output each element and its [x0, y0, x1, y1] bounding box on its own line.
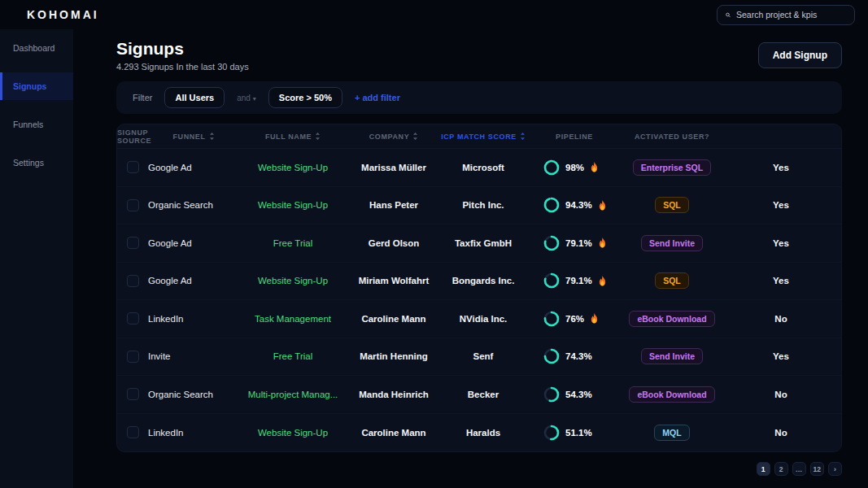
column-header-label: ACTIVATED USER? [635, 133, 709, 141]
cell-funnel: Free Trial [239, 238, 347, 248]
pipeline-badge: eBook Download [629, 311, 714, 327]
table-row: Google Ad Website Sign-Up Miriam Wolfahr… [117, 263, 841, 301]
app-logo: KOHOMAI [27, 8, 99, 21]
cell-funnel: Free Trial [239, 351, 347, 361]
cell-activated-user: Yes [721, 276, 841, 285]
column-header[interactable]: ICP MATCH SCORE [441, 133, 526, 141]
fire-icon [590, 162, 599, 172]
score-ring [543, 159, 560, 176]
checkbox-cell [117, 388, 148, 400]
filter-bar: Filter All Users and▾ Score > 50% + add … [116, 81, 842, 114]
table-row: LinkedIn Website Sign-Up Caroline Mann H… [117, 414, 841, 452]
row-checkbox[interactable] [127, 199, 139, 211]
page-button[interactable]: 2 [774, 462, 788, 476]
score-value: 76% [565, 314, 584, 324]
pipeline-badge: MQL [654, 425, 689, 441]
table-row: LinkedIn Task Management Caroline Mann N… [117, 300, 841, 338]
filter-conjunction-dropdown[interactable]: and▾ [237, 94, 256, 102]
cell-company: Haralds [441, 428, 526, 438]
page-button[interactable]: … [792, 462, 806, 476]
filter-chip-score[interactable]: Score > 50% [268, 87, 342, 108]
sidebar-item-label: Signups [13, 81, 46, 91]
cell-funnel: Task Management [239, 314, 347, 324]
column-header[interactable]: SIGNUP SOURCE [117, 129, 148, 145]
cell-signup-source: Google Ad [148, 276, 239, 285]
cell-activated-user: No [721, 428, 841, 438]
column-header[interactable]: FULL NAME [239, 133, 347, 141]
page-button[interactable]: 12 [810, 462, 824, 476]
score-value: 51.1% [565, 428, 592, 438]
filter-chip-all-users[interactable]: All Users [164, 87, 225, 108]
sidebar-item-label: Funnels [13, 120, 43, 129]
checkbox-cell [117, 161, 148, 173]
cell-company: Pitch Inc. [441, 200, 526, 210]
cell-signup-source: Organic Search [148, 390, 239, 399]
column-header-label: FULL NAME [265, 133, 312, 141]
score-value: 79.1% [565, 238, 592, 248]
cell-activated-user: Yes [721, 238, 841, 248]
cell-icp-score: 76% [526, 311, 623, 327]
sidebar: Dashboard Signups Funnels Settings [0, 29, 73, 488]
search-input[interactable] [736, 10, 846, 20]
cell-signup-source: Organic Search [148, 200, 239, 210]
search-box[interactable] [717, 5, 855, 25]
checkbox-cell [117, 199, 148, 211]
checkbox-cell [117, 426, 148, 438]
column-header-label: PIPELINE [556, 133, 593, 141]
fire-icon [598, 276, 607, 286]
cell-full-name: Gerd Olson [347, 238, 441, 248]
cell-company: Becker [441, 390, 526, 399]
fire-icon [598, 237, 607, 248]
row-checkbox[interactable] [127, 161, 139, 173]
cell-company: Microsoft [441, 163, 526, 172]
fire-icon [590, 313, 599, 324]
table-body: Google Ad Website Sign-Up Marissa Müller… [117, 149, 841, 451]
row-checkbox[interactable] [127, 388, 139, 400]
row-checkbox[interactable] [127, 275, 139, 287]
page-title: Signups [116, 39, 249, 59]
table-row: Organic Search Multi-project Manag... Ma… [117, 376, 841, 414]
fire-icon [598, 200, 607, 211]
cell-icp-score: 74.3% [526, 348, 623, 364]
pagination: 1 2 … 12 › [116, 462, 842, 476]
score-value: 79.1% [565, 276, 592, 285]
sidebar-item-signups[interactable]: Signups [0, 72, 73, 100]
cell-full-name: Caroline Mann [347, 314, 441, 324]
score-ring [543, 386, 560, 403]
cell-signup-source: Google Ad [148, 163, 239, 172]
pipeline-badge: SQL [655, 197, 689, 213]
cell-activated-user: Yes [721, 200, 841, 210]
sort-icon [315, 133, 321, 140]
row-checkbox[interactable] [127, 426, 139, 438]
cell-icp-score: 94.3% [526, 197, 623, 213]
score-ring [543, 272, 560, 289]
sidebar-item-dashboard[interactable]: Dashboard [0, 34, 73, 62]
page-button[interactable]: 1 [757, 462, 770, 476]
row-checkbox[interactable] [127, 237, 139, 249]
cell-icp-score: 79.1% [526, 272, 623, 289]
cell-signup-source: Google Ad [148, 238, 239, 248]
sort-icon [412, 133, 418, 140]
next-page-button[interactable]: › [828, 462, 842, 476]
column-header[interactable]: FUNNEL [148, 133, 239, 141]
cell-full-name: Marissa Müller [347, 163, 441, 172]
pipeline-badge: Enterprise SQL [633, 159, 711, 176]
cell-full-name: Manda Heinrich [347, 390, 441, 399]
cell-activated-user: No [721, 314, 841, 324]
table-header-row: SIGNUP SOURCE FUNNEL FULL NAME COMPANY I… [117, 124, 841, 149]
sidebar-item-funnels[interactable]: Funnels [0, 111, 73, 138]
cell-signup-source: LinkedIn [148, 428, 239, 438]
checkbox-cell [117, 237, 148, 249]
cell-funnel: Multi-project Manag... [239, 390, 347, 399]
row-checkbox[interactable] [127, 351, 139, 363]
pipeline-badge: eBook Download [629, 386, 714, 403]
row-checkbox[interactable] [127, 312, 139, 325]
cell-full-name: Caroline Mann [347, 428, 441, 438]
add-filter-link[interactable]: + add filter [355, 93, 400, 102]
cell-activated-user: Yes [721, 163, 841, 172]
sidebar-item-settings[interactable]: Settings [0, 149, 73, 176]
table-row: Google Ad Free Trial Gerd Olson Taxfix G… [117, 224, 841, 263]
add-signup-button[interactable]: Add Signup [758, 42, 842, 68]
table-row: Invite Free Trial Martin Henning Senf 74… [117, 338, 841, 377]
column-header[interactable]: COMPANY [347, 133, 441, 141]
